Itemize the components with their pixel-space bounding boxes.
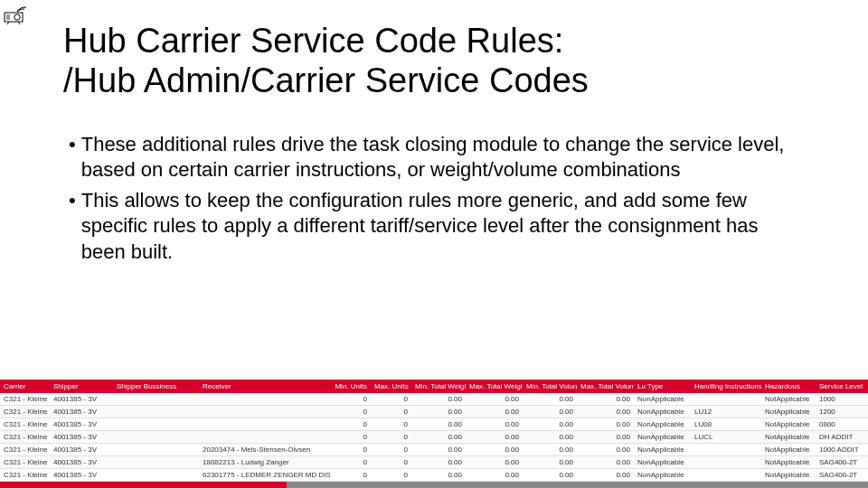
table-cell: 1000 ADDIT xyxy=(816,444,868,456)
table-header-cell: Lu Type xyxy=(634,380,691,393)
table-cell: C321 - Kleine xyxy=(0,393,50,406)
table-cell: 0.00 xyxy=(577,418,634,431)
table-cell: 4001385 - 3V xyxy=(50,418,113,431)
table-cell xyxy=(199,418,330,431)
table-cell: 0.00 xyxy=(523,406,577,418)
table-cell: 0.00 xyxy=(411,469,466,482)
table-header-cell: Service Level xyxy=(816,380,868,393)
table-cell: 0.00 xyxy=(523,456,577,469)
table-row: C321 - Kleine4001385 - 3V000.000.000.000… xyxy=(0,418,868,431)
table-cell xyxy=(691,393,761,406)
table-cell: 1000 xyxy=(816,393,868,406)
table-header-cell: Handling Instructions xyxy=(691,380,761,393)
title-line-1: Hub Carrier Service Code Rules: xyxy=(63,22,563,60)
table-cell: 0 xyxy=(330,393,371,406)
table-cell: 4001385 - 3V xyxy=(50,431,113,444)
table-cell: 0 xyxy=(330,444,371,456)
table-header-cell: Max. Total Weight xyxy=(466,380,523,393)
footer-bar-right xyxy=(287,482,868,488)
table-cell xyxy=(199,431,330,444)
table-cell xyxy=(113,469,199,482)
title-line-2: /Hub Admin/Carrier Service Codes xyxy=(63,61,589,99)
table-cell: 62301775 - LEDMER ZENGER MD DISTRIB SERV… xyxy=(199,469,330,482)
table-cell xyxy=(199,393,330,406)
bullet-text: This allows to keep the configuration ru… xyxy=(81,188,805,264)
table-cell xyxy=(113,431,199,444)
table-cell: NonApplicable xyxy=(634,444,691,456)
table-cell: 4001385 - 3V xyxy=(50,444,113,456)
table-cell: 0.00 xyxy=(523,444,577,456)
table-cell: LUCL xyxy=(691,431,761,444)
table-cell: 0800 xyxy=(816,418,868,431)
table-cell xyxy=(113,418,199,431)
table-header-cell: Shipper xyxy=(50,380,113,393)
table-cell xyxy=(113,406,199,418)
table-cell: 0.00 xyxy=(411,418,466,431)
table-cell: DH ADDIT xyxy=(816,431,868,444)
table-cell: 0 xyxy=(371,469,411,482)
table-cell: 4001385 - 3V xyxy=(50,393,113,406)
table-cell: C321 - Kleine xyxy=(0,406,50,418)
table-cell: NotApplicable xyxy=(761,431,816,444)
svg-point-1 xyxy=(14,14,20,20)
table-cell: 0.00 xyxy=(411,431,466,444)
rules-table: CarrierShipperShipper BussinessReceiverM… xyxy=(0,380,868,482)
table-cell xyxy=(691,456,761,469)
table-cell: 1200 xyxy=(816,406,868,418)
table-cell: 0 xyxy=(371,418,411,431)
table-cell: 0.00 xyxy=(466,406,523,418)
table-header-cell: Max. Units xyxy=(371,380,411,393)
table-cell: 20203474 - Mels-Stensen-Olvsen xyxy=(199,444,330,456)
projector-icon xyxy=(4,5,29,29)
table-cell: 4001385 - 3V xyxy=(50,469,113,482)
table-cell: 0.00 xyxy=(577,444,634,456)
table-cell xyxy=(691,444,761,456)
table-cell: 0 xyxy=(330,406,371,418)
table-cell: SAG400-2T xyxy=(816,469,868,482)
table-cell: 0.00 xyxy=(577,431,634,444)
table-row: C321 - Kleine4001385 - 3V000.000.000.000… xyxy=(0,431,868,444)
table-row: C321 - Kleine4001385 - 3V20203474 - Mels… xyxy=(0,444,868,456)
table-cell: 0.00 xyxy=(411,393,466,406)
table-cell xyxy=(113,393,199,406)
table-cell: 0 xyxy=(330,456,371,469)
table-header-cell: Receiver xyxy=(199,380,330,393)
table-cell: 0.00 xyxy=(523,393,577,406)
table-cell: 0.00 xyxy=(577,406,634,418)
table-cell: 0 xyxy=(371,406,411,418)
table-cell: 0.00 xyxy=(466,431,523,444)
table-cell: 0 xyxy=(330,418,371,431)
table-cell: NotApplicable xyxy=(761,469,816,482)
table-row: C321 - Kleine4001385 - 3V18082213 - Ludw… xyxy=(0,456,868,469)
table-cell: 0.00 xyxy=(466,393,523,406)
table-cell: 0.00 xyxy=(411,456,466,469)
table-cell: 0.00 xyxy=(577,393,634,406)
table-header-row: CarrierShipperShipper BussinessReceiverM… xyxy=(0,380,868,393)
table-cell xyxy=(199,406,330,418)
table-cell: 0 xyxy=(371,456,411,469)
table-cell xyxy=(691,469,761,482)
bullet-text: These additional rules drive the task cl… xyxy=(81,132,805,183)
table-cell: NonApplicable xyxy=(634,456,691,469)
table-cell: 0 xyxy=(330,431,371,444)
table-cell: NonApplicable xyxy=(634,469,691,482)
bullet-dot-icon: • xyxy=(69,132,76,183)
table-header-cell: Carrier xyxy=(0,380,50,393)
table-cell: C321 - Kleine xyxy=(0,469,50,482)
bullet-item: • These additional rules drive the task … xyxy=(63,132,805,183)
table-cell: 0 xyxy=(330,469,371,482)
table-row: C321 - Kleine4001385 - 3V62301775 - LEDM… xyxy=(0,469,868,482)
page-title: Hub Carrier Service Code Rules: /Hub Adm… xyxy=(63,22,589,100)
table-cell: 18082213 - Ludwig Zanger xyxy=(199,456,330,469)
table-cell: NotApplicable xyxy=(761,456,816,469)
table-cell: 0.00 xyxy=(411,406,466,418)
table-cell: C321 - Kleine xyxy=(0,418,50,431)
table-cell: 0.00 xyxy=(523,431,577,444)
table-cell: 0.00 xyxy=(466,456,523,469)
table-cell: 0.00 xyxy=(411,444,466,456)
table-cell: 0 xyxy=(371,393,411,406)
bullet-list: • These additional rules drive the task … xyxy=(63,132,805,270)
table-cell: NotApplicable xyxy=(761,393,816,406)
table-header-cell: Min. Total Volume xyxy=(523,380,577,393)
bullet-dot-icon: • xyxy=(69,188,76,264)
